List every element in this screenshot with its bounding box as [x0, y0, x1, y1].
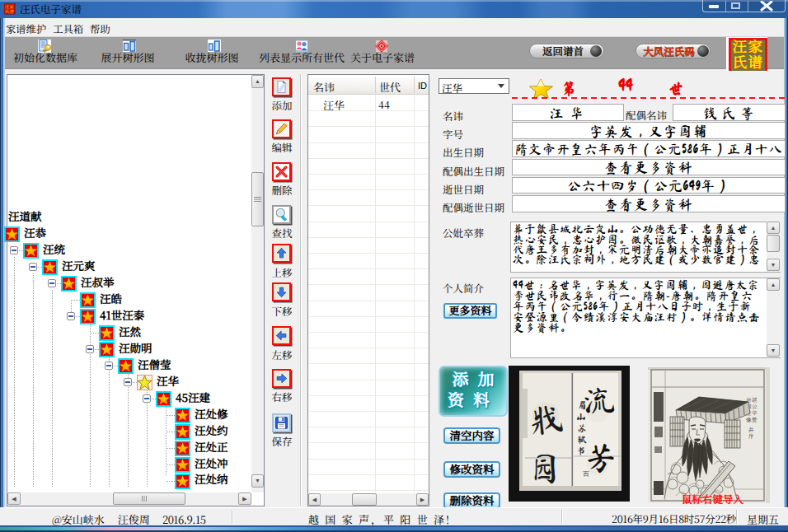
- svg-text:轼: 轼: [577, 435, 587, 444]
- svg-text:园: 园: [528, 452, 561, 485]
- svg-text:戕: 戕: [528, 400, 565, 437]
- svg-text:百: 百: [583, 470, 589, 478]
- svg-text:山: 山: [576, 412, 586, 421]
- svg-text:氏谱: 氏谱: [5, 8, 15, 15]
- svg-text:流: 流: [582, 383, 616, 417]
- svg-text:眉: 眉: [577, 400, 587, 410]
- svg-text:芳: 芳: [585, 442, 617, 474]
- svg-text:像: 像: [746, 416, 752, 423]
- svg-text:赞: 赞: [752, 416, 758, 423]
- svg-text:书: 书: [576, 446, 586, 456]
- svg-text:序: 序: [748, 432, 754, 440]
- svg-text:苏: 苏: [577, 423, 587, 433]
